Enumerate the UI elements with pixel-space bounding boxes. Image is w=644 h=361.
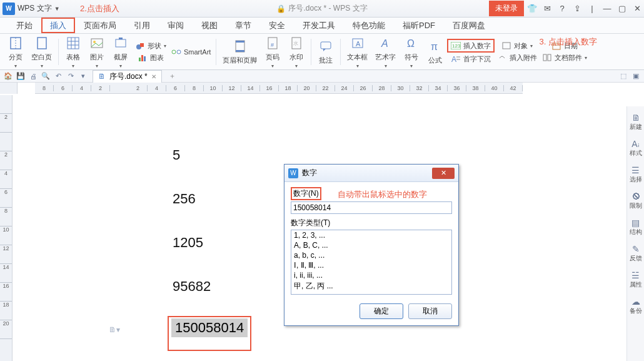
app-logo-icon: W [3,3,15,15]
svg-text:π: π [431,41,438,52]
side-backup[interactable]: ☁备份 [627,294,644,318]
formula-icon: π [427,38,443,54]
tab-devtools[interactable]: 开发工具 [294,18,344,33]
maximize-icon[interactable]: ▢ [615,2,629,16]
type-option[interactable]: A, B, C, ... [291,240,451,250]
dropcap-button[interactable]: A首字下沉 [447,53,495,64]
tab-view[interactable]: 视图 [193,18,226,33]
symbol-button[interactable]: Ω符号▾ [400,34,423,70]
help-icon[interactable]: ? [555,2,569,16]
qat-right2-icon[interactable]: ▣ [630,71,641,82]
tab-layout[interactable]: 页面布局 [75,18,125,33]
side-limit[interactable]: 🛇限制 [627,189,644,213]
type-list[interactable]: 1, 2, 3, ... A, B, C, ... a, b, c, ... Ⅰ… [291,230,452,295]
close-icon[interactable]: ✕ [630,2,644,16]
shape-icon [135,41,145,51]
image-button[interactable]: 图片▾ [85,34,109,70]
doc-tab-close-icon[interactable]: ✕ [151,73,156,80]
minimize-icon[interactable]: — [600,2,614,16]
side-struct[interactable]: ▤结构 [627,215,644,239]
svg-rect-11 [119,38,123,39]
type-option[interactable]: 甲, 乙, 丙 ... [291,280,451,292]
table-button[interactable]: 表格▾ [61,34,85,70]
login-button[interactable]: 未登录 [489,1,524,16]
attach-button[interactable]: 插入附件 [495,52,540,63]
vertical-ruler[interactable]: 22468101214161820 [0,95,13,361]
comment-button[interactable]: 批注 [314,37,338,66]
cancel-button[interactable]: 取消 [408,303,452,319]
qat-print-icon[interactable]: 🖨 [28,71,39,82]
textbox-button[interactable]: A文本框▾ [343,34,371,70]
svg-rect-15 [141,55,143,61]
tab-safe[interactable]: 安全 [260,18,294,33]
tab-chapter[interactable]: 章节 [226,18,260,33]
object-button[interactable]: 对象▾ [495,40,540,51]
share-icon[interactable]: ⇪ [570,2,584,16]
headerfooter-button[interactable]: 页眉和页脚 [219,37,261,66]
chart-button[interactable]: 图表 [133,52,169,63]
side-select[interactable]: ☰选择 [627,163,644,186]
tab-foxit[interactable]: 福昕PDF [394,18,444,33]
formula-button[interactable]: π公式 [423,37,447,66]
qat-preview-icon[interactable]: 🔍 [40,71,51,82]
qat-save-icon[interactable]: 💾 [15,71,26,82]
horizontal-ruler[interactable]: 8642246810121416182022242628303234363840… [35,83,523,94]
selected-number[interactable]: 150058014 [171,318,248,337]
annotation-step2: 2.点击插入 [80,3,119,14]
doc-line-3: 1205 [173,235,203,251]
number-input[interactable] [291,201,452,214]
tab-insert[interactable]: 插入 [41,18,75,33]
pagenum-icon: # [264,35,281,51]
watermark-button[interactable]: 水水印▾ [284,34,308,70]
paragraph-options-icon[interactable]: 🗎▾ [109,325,120,334]
ok-button[interactable]: 确定 [360,303,403,319]
annotation-auto-hint: 自动带出鼠标选中的数字 [338,189,427,200]
type-option[interactable]: a, b, c, ... [291,250,451,260]
tab-special[interactable]: 特色功能 [344,18,394,33]
shirt-icon[interactable]: 👕 [525,2,539,16]
tab-ref[interactable]: 引用 [125,18,159,33]
split-icon [8,35,24,51]
pagenum-button[interactable]: #页码▾ [261,34,284,70]
screenshot-button[interactable]: 截屏▾ [109,34,133,70]
tab-start[interactable]: 开始 [8,18,41,33]
comment-icon [318,38,334,54]
smartart-button[interactable]: SmartArt [169,46,213,58]
blank-button[interactable]: 空白页▾ [28,34,56,70]
side-new[interactable]: 🗎新建 [627,110,644,134]
tab-baidu[interactable]: 百度网盘 [444,18,494,33]
doc-title-text: 序号.docx * - WPS 文字 [288,3,367,14]
split-button[interactable]: 分页▾ [4,34,28,70]
type-option[interactable]: 1, 2, 3, ... [291,230,451,240]
shape-button[interactable]: 形状▾ [133,40,169,51]
app-dropdown-icon[interactable]: ▼ [54,6,60,12]
type-option[interactable]: Ⅰ, Ⅱ, Ⅲ, ... [291,260,451,270]
docparts-button[interactable]: 文档部件▾ [540,52,590,63]
side-prop[interactable]: ☱属性 [627,268,644,292]
headerfooter-icon [232,38,248,54]
svg-point-18 [177,50,181,54]
qat-right1-icon[interactable]: ⬚ [618,71,629,82]
annotation-step3: 3. 点击插入数字 [540,36,597,48]
chat-icon[interactable]: ✉ [540,2,554,16]
qat-undo-icon[interactable]: ↶ [53,71,64,82]
type-option[interactable]: i, ii, iii, ... [291,270,451,280]
dialog-close-button[interactable]: ✕ [432,168,455,179]
menu-bar: 开始 插入 页面布局 引用 审阅 视图 章节 安全 开发工具 特色功能 福昕PD… [0,18,644,34]
new-tab-icon[interactable]: ＋ [167,71,178,82]
side-style[interactable]: Aᵢ样式 [627,136,644,160]
doc-line-4: 95682 [173,278,211,295]
select-icon: ☰ [627,165,644,175]
svg-text:A: A [356,40,361,48]
wordart-button[interactable]: A艺术字▾ [371,34,400,70]
insert-number-button[interactable]: 123插入数字 [447,39,495,53]
qat-more-icon[interactable]: ▾ [78,71,89,82]
side-feedback[interactable]: ✎反馈 [627,242,644,265]
tab-review[interactable]: 审阅 [159,18,193,33]
dialog-title-bar[interactable]: W 数字 ✕ [284,165,458,182]
svg-point-17 [172,50,176,54]
qat-home-icon[interactable]: 🏠 [3,71,14,82]
qat-redo-icon[interactable]: ↷ [65,71,76,82]
attach-icon [497,53,507,63]
doc-tab[interactable]: 🗎 序号.docx * ✕ [93,70,162,83]
